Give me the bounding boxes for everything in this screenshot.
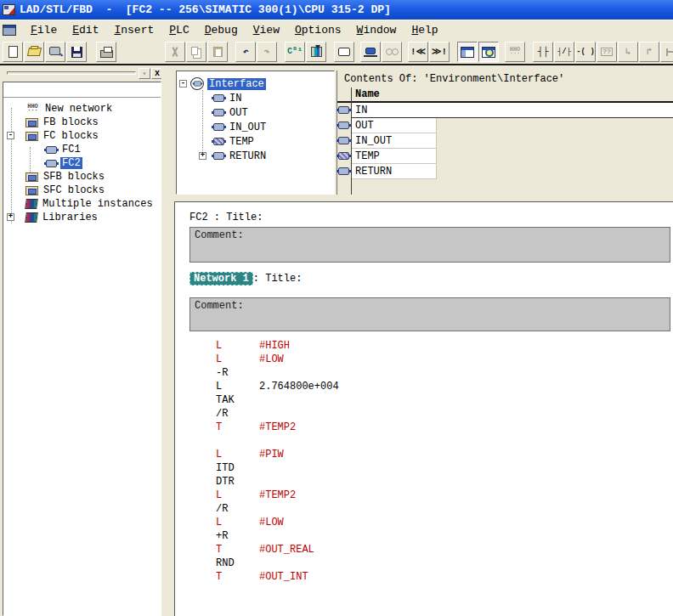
operand: #PIW <box>259 449 284 461</box>
overview-dock-grip[interactable]: ▾ x <box>5 68 161 79</box>
tree-item-new-network[interactable]: HHO···New network <box>3 102 161 116</box>
contents-table: Name INOUTIN_OUTTEMPRETURN <box>337 88 673 195</box>
tree-item-fc-blocks[interactable]: -FC blocks <box>3 129 161 143</box>
interface-item-interface[interactable]: -Interface <box>177 76 334 91</box>
overview-toggle-button[interactable] <box>457 42 478 62</box>
code-line[interactable]: L#LOW <box>216 353 673 367</box>
contact-nc-button[interactable]: ┤/├ <box>554 42 574 62</box>
tree-item-label: FC blocks <box>42 130 100 142</box>
horizontal-splitter[interactable] <box>174 195 673 201</box>
code-line[interactable]: L#PIW <box>216 449 673 462</box>
code-line[interactable]: +R <box>216 530 673 544</box>
code-line[interactable]: DTR <box>216 476 673 489</box>
detail-view-toggle-button[interactable] <box>478 42 499 62</box>
dock-menu-button[interactable]: ▾ <box>139 68 150 79</box>
name-cell[interactable] <box>352 103 673 118</box>
menu-view[interactable]: View <box>246 22 287 38</box>
tree-item-fb-blocks[interactable]: FB blocks <box>3 116 161 129</box>
symbolic-representation-button[interactable]: C⁰¹ <box>285 42 305 62</box>
contents-row-return[interactable]: RETURN <box>337 164 673 179</box>
code-line[interactable]: T#TEMP2 <box>216 421 673 435</box>
expander-minus-icon[interactable]: - <box>179 80 187 88</box>
network-label[interactable]: Network 1 <box>189 272 253 285</box>
interface-item-label: OUT <box>228 107 250 119</box>
code-line[interactable]: /R <box>216 408 673 421</box>
interface-item-out[interactable]: OUT <box>177 105 334 120</box>
stl-editor-pane[interactable]: FC2 : Title: Comment: Network 1: Title: … <box>174 201 673 616</box>
interface-item-return[interactable]: +RETURN <box>177 149 334 163</box>
operand: #LOW <box>259 353 284 365</box>
new-file-button[interactable] <box>3 42 23 62</box>
block-icon <box>213 109 224 116</box>
undo-button[interactable]: ↶ <box>235 42 256 62</box>
code-line[interactable]: -R <box>216 367 673 381</box>
paste-icon <box>213 47 223 57</box>
contents-row-temp[interactable]: TEMP <box>337 149 673 164</box>
tree-item-label: New network <box>43 103 114 115</box>
coil-button[interactable]: -( ) <box>575 42 596 62</box>
symbol-information-button[interactable] <box>360 42 381 62</box>
contents-table-header-row[interactable]: Name <box>337 88 673 103</box>
tree-item-libraries[interactable]: +Libraries <box>3 211 161 224</box>
code-blank-line[interactable] <box>216 435 673 449</box>
save-button[interactable] <box>66 42 87 62</box>
code-line[interactable]: T#OUT_INT <box>216 571 673 585</box>
comment-toggle-button[interactable] <box>334 42 354 62</box>
save-icon <box>71 47 82 58</box>
menu-plc[interactable]: PLC <box>161 22 196 38</box>
block-comment-field[interactable]: Comment: <box>189 227 670 263</box>
menu-debug[interactable]: Debug <box>197 22 246 38</box>
code-line[interactable]: /R <box>216 503 673 517</box>
operand: #HIGH <box>259 340 290 352</box>
previous-error-button[interactable]: !≪ <box>408 42 428 62</box>
code-line[interactable]: L#LOW <box>216 517 673 530</box>
code-line[interactable]: TAK <box>216 394 673 408</box>
interface-item-in-out[interactable]: IN_OUT <box>177 120 334 134</box>
app-icon <box>3 4 15 15</box>
operand: #TEMP2 <box>259 489 296 501</box>
menu-file[interactable]: File <box>23 22 65 38</box>
code-line[interactable]: L#TEMP2 <box>216 489 673 503</box>
menu-edit[interactable]: Edit <box>65 22 106 38</box>
download-button[interactable] <box>306 42 326 62</box>
next-error-button[interactable]: ≫! <box>429 42 450 62</box>
stl-code[interactable]: L#HIGHL#LOW-RL2.764800e+004TAK/RT#TEMP2L… <box>175 340 673 585</box>
interface-item-in[interactable]: IN <box>177 91 334 105</box>
expander-plus-icon[interactable]: + <box>199 152 206 160</box>
mdi-child-window-icon[interactable] <box>3 25 16 36</box>
menu-window[interactable]: Window <box>349 22 404 38</box>
interface-item-label: IN <box>228 93 243 105</box>
code-line[interactable]: ITD <box>216 462 673 476</box>
contents-row-out[interactable]: OUT <box>337 118 673 133</box>
network-comment-field[interactable]: Comment: <box>189 297 670 331</box>
menu-options[interactable]: Options <box>287 22 349 38</box>
dock-drag-handle[interactable] <box>7 71 136 75</box>
open-file-button[interactable] <box>24 42 44 62</box>
tree-item-sfb-blocks[interactable]: SFB blocks <box>3 170 161 184</box>
contents-header: Contents Of: 'Environment\Interface' <box>337 71 673 88</box>
library-books-icon <box>25 199 38 209</box>
code-line[interactable]: RND <box>216 557 673 571</box>
vertical-splitter[interactable] <box>161 65 174 616</box>
code-line[interactable]: L2.764800e+004 <box>216 381 673 394</box>
expander-plus-icon[interactable]: + <box>7 213 14 221</box>
contents-row-in-out[interactable]: IN_OUT <box>337 133 673 149</box>
tree-item-label: FC2 <box>60 157 82 169</box>
interface-item-temp[interactable]: TEMP <box>177 134 334 149</box>
tree-item-fc1[interactable]: FC1 <box>3 143 161 156</box>
contact-no-button[interactable]: ┤├ <box>533 42 553 62</box>
block-with-arrow-button[interactable] <box>45 42 65 62</box>
tree-item-fc2[interactable]: FC2 <box>3 156 161 170</box>
code-line[interactable]: T#OUT_REAL <box>216 544 673 557</box>
tree-item-label: FB blocks <box>42 116 100 128</box>
block-title[interactable]: FC2 : Title: <box>189 212 263 223</box>
menu-help[interactable]: Help <box>404 22 445 38</box>
tree-item-sfc-blocks[interactable]: SFC blocks <box>3 184 161 197</box>
contents-row-in[interactable]: IN <box>337 103 673 118</box>
contact-no-icon: ┤├ <box>537 48 548 57</box>
expander-minus-icon[interactable]: - <box>7 132 14 139</box>
print-button[interactable] <box>96 42 116 62</box>
tree-item-multiple-instances[interactable]: Multiple instances <box>3 197 161 211</box>
code-line[interactable]: L#HIGH <box>216 340 673 353</box>
menu-insert[interactable]: Insert <box>106 22 161 38</box>
